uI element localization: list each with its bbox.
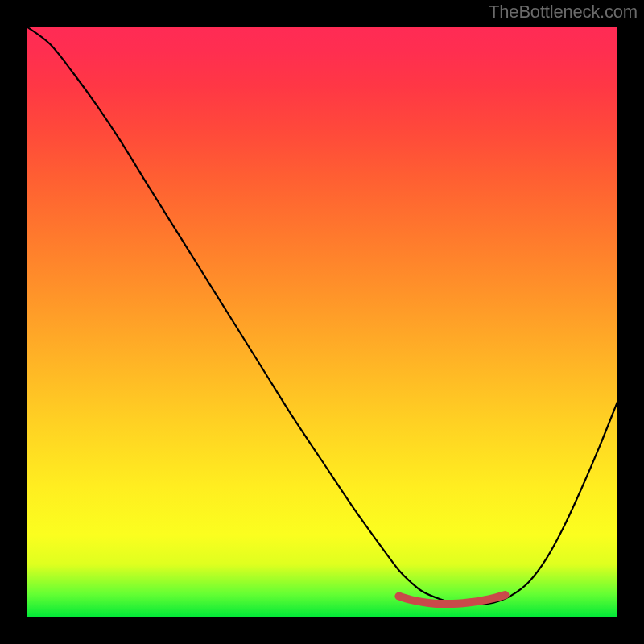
watermark-text: TheBottleneck.com [489,2,638,23]
plot-area [27,27,617,617]
chart-container: TheBottleneck.com [0,0,644,644]
optimal-band-indicator [398,595,505,604]
bottleneck-curve [27,27,617,605]
curve-overlay [27,27,617,617]
